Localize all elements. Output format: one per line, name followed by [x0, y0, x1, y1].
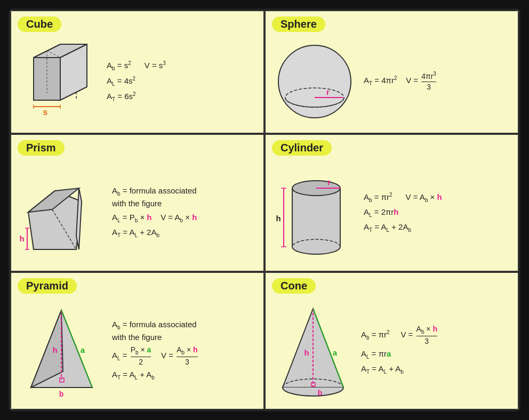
cylinder-title: Cylinder — [272, 140, 332, 156]
svg-text:b: b — [59, 390, 64, 398]
cone-ab-formula: Ab = πr2 V = Ab × h3 — [361, 325, 511, 346]
svg-text:a: a — [81, 345, 85, 354]
pyramid-al-formula: AL = Pb × a2 V = Ab × h3 — [112, 345, 257, 367]
svg-text:s: s — [43, 108, 48, 117]
cone-title: Cone — [272, 278, 316, 294]
pyramid-shape: h a b — [18, 297, 106, 403]
cylinder-at-formula: AT = AL + 2Ab — [364, 221, 511, 234]
sphere-cell: Sphere r AT = 4πr2 — [264, 10, 519, 134]
prism-cell: Prism — [10, 134, 264, 272]
cylinder-shape: r h — [272, 161, 357, 263]
svg-text:a: a — [333, 348, 338, 357]
cube-cell: Cube — [10, 10, 264, 134]
svg-text:h: h — [304, 348, 309, 357]
cube-title: Cube — [18, 17, 61, 32]
svg-text:r: r — [326, 87, 330, 96]
pyramid-at-formula: AT = AL + Ab — [112, 369, 257, 382]
svg-text:r: r — [327, 177, 331, 187]
cone-shape: h a b — [272, 297, 355, 403]
prism-shape: h — [18, 159, 106, 265]
sphere-formulas: AT = 4πr2 V = 4πr33 — [359, 71, 511, 91]
cube-at-formula: AT = 6s2 — [107, 90, 257, 103]
pyramid-cell: Pyramid h — [10, 272, 264, 410]
pyramid-ab-formula: Ab = formula associatedwith the figure — [112, 319, 257, 344]
svg-text:b: b — [318, 389, 323, 397]
cylinder-cell: Cylinder r — [264, 134, 519, 272]
cylinder-al-formula: AL = 2πrh — [364, 206, 511, 219]
cube-ab-formula: Ab = s2 V = s3 — [107, 59, 257, 72]
svg-text:h: h — [276, 214, 280, 223]
cone-at-formula: AT = AL + Ab — [361, 363, 511, 376]
svg-text:h: h — [52, 345, 57, 354]
cone-cell: Cone h a — [264, 272, 519, 410]
cone-formulas: Ab = πr2 V = Ab × h3 AL = πra AT = AL + … — [357, 325, 511, 376]
sphere-shape: r — [272, 39, 357, 124]
cone-al-formula: AL = πra — [361, 348, 511, 361]
svg-text:h: h — [19, 234, 24, 243]
cylinder-ab-formula: Ab = πr2 V = Ab × h — [364, 191, 511, 204]
cube-formulas: Ab = s2 V = s3 AL = 4s2 AT = 6s2 — [102, 59, 257, 103]
cylinder-formulas: Ab = πr2 V = Ab × h AL = 2πrh AT = AL + … — [359, 191, 511, 234]
prism-at-formula: AT = AL + 2Ab — [112, 227, 257, 239]
svg-marker-25 — [76, 188, 82, 249]
cube-al-formula: AL = 4s2 — [107, 75, 257, 88]
prism-title: Prism — [18, 140, 65, 156]
sphere-title: Sphere — [272, 17, 325, 32]
svg-rect-33 — [292, 188, 340, 247]
prism-ab-formula: Ab = formula associatedwith the figure — [112, 185, 257, 210]
prism-formulas: Ab = formula associatedwith the figure A… — [108, 185, 257, 240]
pyramid-formulas: Ab = formula associatedwith the figure A… — [108, 319, 257, 382]
prism-al-formula: AL = Pb × h V = Ab × h — [112, 212, 257, 224]
main-container: Cube — [9, 9, 520, 411]
cube-shape: s — [18, 36, 100, 127]
sphere-at-formula: AT = 4πr2 V = 4πr33 — [364, 71, 511, 91]
pyramid-title: Pyramid — [18, 278, 77, 294]
